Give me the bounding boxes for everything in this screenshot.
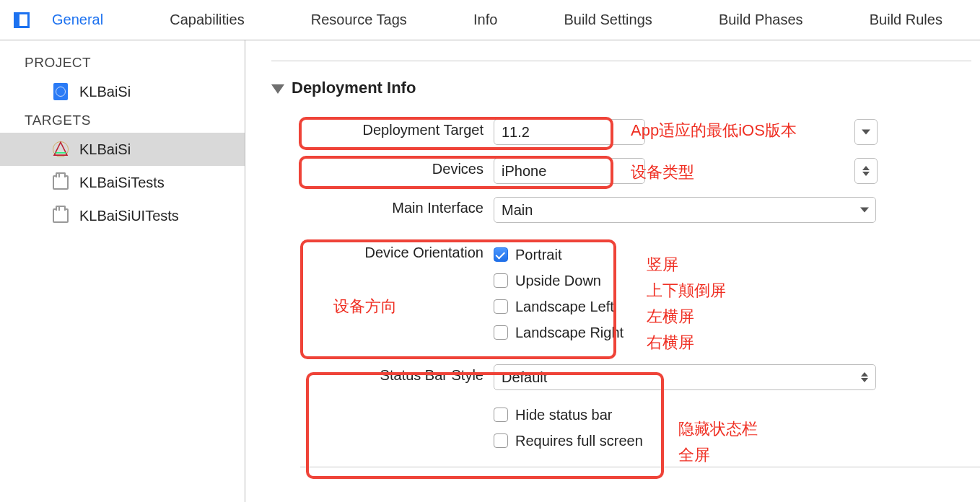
annotation-devices: 设备类型	[631, 162, 694, 183]
ui-test-target-icon	[51, 206, 71, 226]
tab-resource-tags[interactable]: Resource Tags	[295, 12, 423, 28]
project-navigator: PROJECT KLBaiSi TARGETS KLBaiSi KLBaiSiT…	[0, 40, 245, 502]
checkbox-label: Hide status bar	[515, 407, 613, 423]
main-interface-select[interactable]: Main	[494, 197, 876, 223]
annotation-orientation-label: 设备方向	[333, 296, 397, 317]
label-main-interface: Main Interface	[300, 197, 494, 216]
target-label: KLBaiSi	[79, 141, 131, 158]
deployment-target-stepper[interactable]	[854, 119, 878, 145]
target-item-uitests[interactable]: KLBaiSiUITests	[0, 199, 245, 232]
annotation-full-screen: 全屏	[678, 444, 710, 466]
project-name-label: KLBaiSi	[79, 84, 131, 100]
section-title: Deployment Info	[292, 79, 416, 97]
divider	[271, 61, 971, 61]
xcode-window: General Capabilities Resource Tags Info …	[0, 0, 980, 502]
app-target-icon	[51, 139, 71, 159]
devices-dropdown-button[interactable]	[854, 158, 878, 184]
target-item-app[interactable]: KLBaiSi	[0, 133, 245, 166]
devices-value: iPhone	[502, 163, 546, 180]
tab-info[interactable]: Info	[458, 12, 513, 28]
targets-section-header: TARGETS	[0, 108, 245, 133]
row-main-interface: Main Interface Main	[300, 197, 980, 223]
tab-row: General Capabilities Resource Tags Info …	[36, 12, 980, 28]
annotation-hide-status-bar: 隐藏状态栏	[678, 418, 758, 440]
annotation-upside-down: 上下颠倒屏	[647, 280, 726, 301]
left-panel-icon	[14, 12, 30, 28]
chevron-down-icon	[858, 208, 871, 213]
annotation-portrait: 竖屏	[647, 254, 678, 276]
up-down-arrows-icon	[859, 166, 872, 176]
checkbox-label: Upside Down	[515, 273, 601, 289]
checkbox-label: Landscape Right	[515, 325, 624, 341]
target-label: KLBaiSiTests	[79, 175, 165, 191]
main-interface-value: Main	[502, 202, 533, 219]
checkbox-icon	[494, 433, 508, 448]
panel-toggle-button[interactable]	[7, 12, 36, 28]
xcodeproj-icon	[51, 82, 71, 102]
annotation-landscape-right: 右横屏	[647, 332, 694, 353]
devices-select[interactable]: iPhone	[494, 158, 645, 184]
target-item-tests[interactable]: KLBaiSiTests	[0, 166, 245, 199]
up-down-arrows-icon	[858, 372, 871, 382]
tab-build-settings[interactable]: Build Settings	[548, 12, 668, 28]
annotation-deployment-target: App适应的最低iOS版本	[631, 120, 797, 141]
checkbox-icon	[494, 273, 508, 288]
deployment-target-field[interactable]: 11.2	[494, 119, 645, 145]
checkbox-icon	[494, 408, 508, 422]
checkbox-icon	[494, 325, 508, 340]
status-bar-style-value: Default	[502, 369, 547, 386]
chevron-down-icon	[859, 130, 872, 135]
tab-build-phases[interactable]: Build Phases	[703, 12, 819, 28]
tab-build-rules[interactable]: Build Rules	[854, 12, 958, 28]
checkbox-label: Landscape Left	[515, 299, 614, 315]
checkbox-label: Portrait	[515, 247, 561, 263]
divider	[300, 467, 980, 467]
label-device-orientation: Device Orientation	[300, 242, 494, 261]
disclosure-triangle-icon[interactable]	[271, 84, 284, 94]
section-header: Deployment Info	[271, 79, 980, 97]
deployment-target-value: 11.2	[502, 124, 530, 141]
label-status-bar-style: Status Bar Style	[300, 364, 494, 384]
project-item[interactable]: KLBaiSi	[0, 75, 245, 108]
row-status-bar-style: Status Bar Style Default Hide status bar	[300, 364, 980, 454]
annotation-landscape-left: 左横屏	[647, 306, 694, 327]
unit-test-target-icon	[51, 172, 71, 193]
editor-pane: Deployment Info Deployment Target 11.2	[245, 40, 980, 502]
checkbox-label: Requires full screen	[515, 433, 643, 449]
checkbox-portrait[interactable]: Portrait	[494, 242, 876, 268]
project-section-header: PROJECT	[0, 50, 245, 75]
label-devices: Devices	[300, 158, 494, 177]
checkbox-icon	[494, 247, 508, 262]
checkbox-icon	[494, 299, 508, 314]
tab-capabilities[interactable]: Capabilities	[154, 12, 260, 28]
status-bar-style-select[interactable]: Default	[494, 364, 876, 390]
target-label: KLBaiSiUITests	[79, 208, 179, 224]
editor-tab-bar: General Capabilities Resource Tags Info …	[0, 0, 980, 40]
row-device-orientation: Device Orientation Portrait Upside Down	[300, 242, 980, 345]
tab-general[interactable]: General	[36, 12, 119, 28]
label-deployment-target: Deployment Target	[300, 119, 494, 138]
